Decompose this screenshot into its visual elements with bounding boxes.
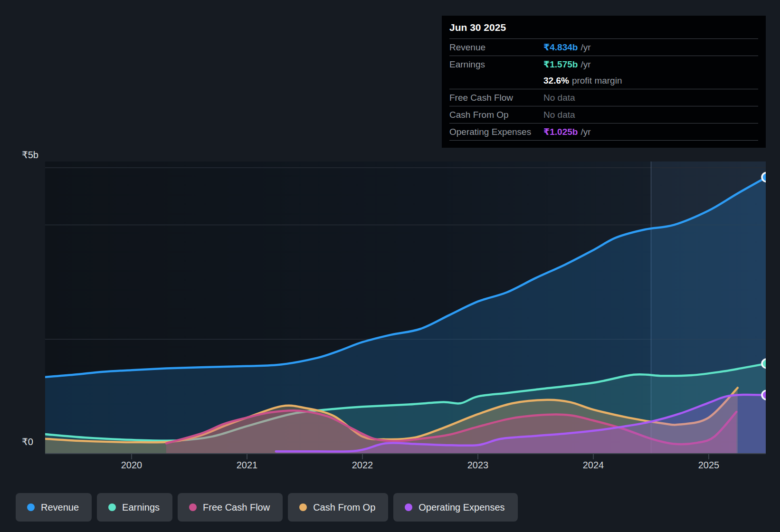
tooltip-value: ₹1.575b bbox=[543, 59, 578, 70]
tooltip-value: No data bbox=[543, 110, 575, 120]
tooltip-row-earnings: Earnings ₹1.575b /yr bbox=[449, 56, 758, 73]
tooltip-label: Free Cash Flow bbox=[449, 93, 543, 103]
tooltip-label: Operating Expenses bbox=[449, 127, 543, 137]
tooltip-value: ₹1.025b bbox=[543, 126, 578, 137]
legend-item-label: Earnings bbox=[122, 502, 160, 513]
operating-expenses-endpoint-marker bbox=[762, 390, 771, 399]
x-axis-label-2023: 2023 bbox=[454, 460, 502, 471]
earnings-endpoint-marker bbox=[762, 359, 771, 368]
tooltip-value: 32.6% bbox=[543, 76, 569, 86]
free-cash-flow-dot-icon bbox=[189, 504, 197, 511]
tooltip-label: Earnings bbox=[449, 59, 543, 70]
tooltip-value: ₹4.834b bbox=[543, 42, 578, 53]
legend-item-revenue[interactable]: Revenue bbox=[16, 493, 92, 522]
legend-item-label: Revenue bbox=[41, 502, 79, 513]
revenue-dot-icon bbox=[27, 504, 35, 511]
tooltip-suffix: /yr bbox=[580, 42, 590, 53]
tooltip-label: Cash From Op bbox=[449, 110, 543, 120]
earnings-dot-icon bbox=[108, 504, 116, 511]
chart-tooltip: Jun 30 2025 Revenue ₹4.834b /yr Earnings… bbox=[442, 16, 766, 148]
tooltip-suffix: /yr bbox=[580, 59, 590, 70]
tooltip-row-profit-margin: 32.6% profit margin bbox=[449, 73, 758, 89]
tooltip-row-cash-from-op: Cash From Op No data bbox=[449, 106, 758, 123]
tooltip-suffix: /yr bbox=[580, 127, 590, 137]
tooltip-date: Jun 30 2025 bbox=[449, 16, 758, 38]
y-axis-label-5b: ₹5b bbox=[22, 149, 38, 161]
x-axis-label-2022: 2022 bbox=[339, 460, 386, 471]
legend-item-label: Cash From Op bbox=[313, 502, 375, 513]
legend-item-free-cash-flow[interactable]: Free Cash Flow bbox=[178, 493, 283, 522]
tooltip-footer-divider bbox=[449, 140, 758, 148]
x-axis-label-2025: 2025 bbox=[685, 460, 732, 471]
legend-item-label: Free Cash Flow bbox=[203, 502, 270, 513]
x-axis-label-2020: 2020 bbox=[108, 460, 155, 471]
tooltip-row-free-cash-flow: Free Cash Flow No data bbox=[449, 89, 758, 106]
earnings-revenue-history-chart: ₹5b ₹0 2020 2021 2022 2023 2024 2025 Jun… bbox=[0, 0, 780, 532]
revenue-endpoint-marker bbox=[762, 173, 771, 182]
legend-item-earnings[interactable]: Earnings bbox=[97, 493, 172, 522]
tooltip-row-revenue: Revenue ₹4.834b /yr bbox=[449, 38, 758, 56]
tooltip-row-operating-expenses: Operating Expenses ₹1.025b /yr bbox=[449, 123, 758, 140]
operating-expenses-dot-icon bbox=[405, 504, 412, 511]
y-axis-label-0: ₹0 bbox=[22, 436, 33, 447]
legend-item-label: Operating Expenses bbox=[419, 502, 504, 513]
legend-item-cash-from-op[interactable]: Cash From Op bbox=[288, 493, 388, 522]
x-axis-label-2021: 2021 bbox=[223, 460, 271, 471]
tooltip-suffix: profit margin bbox=[572, 76, 622, 86]
chart-legend: Revenue Earnings Free Cash Flow Cash Fro… bbox=[16, 493, 518, 522]
cash-from-op-dot-icon bbox=[299, 504, 307, 511]
tooltip-label: Revenue bbox=[449, 42, 543, 53]
legend-item-operating-expenses[interactable]: Operating Expenses bbox=[393, 493, 517, 522]
x-axis-label-2024: 2024 bbox=[570, 460, 617, 471]
tooltip-value: No data bbox=[543, 93, 575, 103]
